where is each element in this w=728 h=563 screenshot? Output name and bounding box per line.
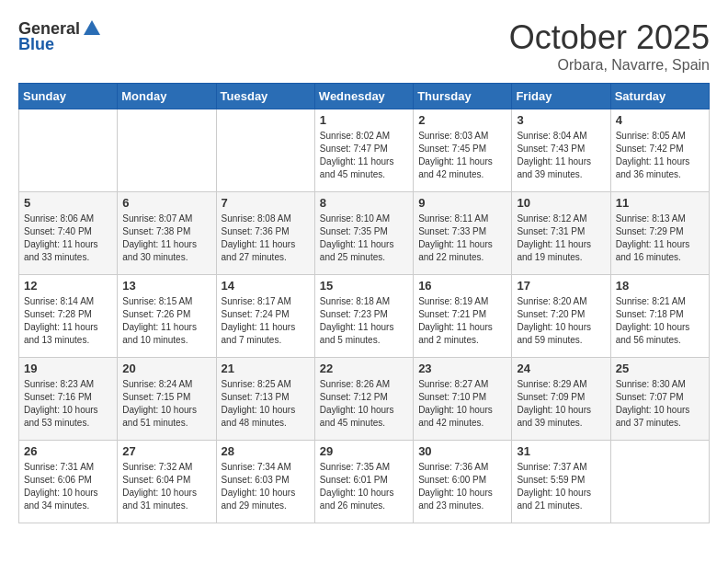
weekday-header: Sunday [19,84,118,109]
logo-icon [82,18,102,39]
calendar-cell: 21Sunrise: 8:25 AMSunset: 7:13 PMDayligh… [216,358,314,441]
calendar-cell: 23Sunrise: 8:27 AMSunset: 7:10 PMDayligh… [414,358,512,441]
day-info: Sunrise: 8:30 AMSunset: 7:07 PMDaylight:… [616,378,704,430]
day-number: 25 [616,362,704,375]
day-info: Sunrise: 8:02 AMSunset: 7:47 PMDaylight:… [320,130,408,181]
day-number: 24 [517,362,605,375]
calendar-cell: 11Sunrise: 8:13 AMSunset: 7:29 PMDayligh… [610,192,709,275]
calendar-week-row: 5Sunrise: 8:06 AMSunset: 7:40 PMDaylight… [19,192,710,275]
calendar-week-row: 12Sunrise: 8:14 AMSunset: 7:28 PMDayligh… [19,275,710,358]
day-number: 15 [320,279,408,293]
day-info: Sunrise: 8:23 AMSunset: 7:16 PMDaylight:… [24,378,112,430]
day-info: Sunrise: 8:24 AMSunset: 7:15 PMDaylight:… [122,378,210,430]
day-info: Sunrise: 8:11 AMSunset: 7:33 PMDaylight:… [418,213,506,264]
day-info: Sunrise: 8:07 AMSunset: 7:38 PMDaylight:… [122,213,210,264]
calendar-cell: 24Sunrise: 8:29 AMSunset: 7:09 PMDayligh… [512,358,610,441]
day-info: Sunrise: 7:32 AMSunset: 6:04 PMDaylight:… [122,461,210,512]
day-info: Sunrise: 8:10 AMSunset: 7:35 PMDaylight:… [320,213,408,264]
day-info: Sunrise: 8:06 AMSunset: 7:40 PMDaylight:… [24,213,112,264]
calendar-cell: 18Sunrise: 8:21 AMSunset: 7:18 PMDayligh… [610,275,709,358]
day-number: 12 [24,279,112,293]
title-section: October 2025 Orbara, Navarre, Spain [509,18,710,74]
day-info: Sunrise: 8:08 AMSunset: 7:36 PMDaylight:… [222,213,310,264]
calendar-cell: 3Sunrise: 8:04 AMSunset: 7:43 PMDaylight… [512,109,610,192]
calendar-cell [118,109,216,192]
calendar-cell [216,109,314,192]
calendar-cell: 14Sunrise: 8:17 AMSunset: 7:24 PMDayligh… [216,275,314,358]
calendar-cell: 17Sunrise: 8:20 AMSunset: 7:20 PMDayligh… [512,275,610,358]
day-number: 1 [320,113,408,127]
day-info: Sunrise: 8:13 AMSunset: 7:29 PMDaylight:… [616,213,704,264]
day-info: Sunrise: 8:12 AMSunset: 7:31 PMDaylight:… [517,213,605,264]
day-number: 29 [320,444,408,458]
day-info: Sunrise: 8:20 AMSunset: 7:20 PMDaylight:… [517,295,605,347]
calendar-cell: 5Sunrise: 8:06 AMSunset: 7:40 PMDaylight… [19,192,118,275]
day-number: 20 [122,362,210,375]
calendar-cell: 25Sunrise: 8:30 AMSunset: 7:07 PMDayligh… [610,358,709,441]
day-info: Sunrise: 8:26 AMSunset: 7:12 PMDaylight:… [320,378,408,430]
day-number: 26 [24,444,112,458]
calendar-cell: 4Sunrise: 8:05 AMSunset: 7:42 PMDaylight… [610,109,709,192]
weekday-header: Saturday [610,84,709,109]
day-number: 17 [517,279,605,293]
day-number: 10 [517,196,605,210]
calendar-week-row: 1Sunrise: 8:02 AMSunset: 7:47 PMDaylight… [19,109,710,192]
month-title: October 2025 [509,18,710,57]
day-number: 18 [616,279,704,293]
day-number: 31 [517,444,605,458]
day-info: Sunrise: 8:27 AMSunset: 7:10 PMDaylight:… [418,378,506,430]
page-header: General Blue October 2025 Orbara, Navarr… [18,18,710,74]
day-number: 6 [122,196,210,210]
calendar-cell [610,441,709,523]
day-info: Sunrise: 8:14 AMSunset: 7:28 PMDaylight:… [24,295,112,347]
weekday-header: Monday [118,84,216,109]
calendar-cell: 9Sunrise: 8:11 AMSunset: 7:33 PMDaylight… [414,192,512,275]
weekday-header: Tuesday [216,84,314,109]
day-info: Sunrise: 7:36 AMSunset: 6:00 PMDaylight:… [418,461,506,512]
day-info: Sunrise: 7:31 AMSunset: 6:06 PMDaylight:… [24,461,112,512]
location-title: Orbara, Navarre, Spain [509,57,710,74]
day-number: 19 [24,362,112,375]
day-number: 4 [616,113,704,127]
calendar-cell: 13Sunrise: 8:15 AMSunset: 7:26 PMDayligh… [118,275,216,358]
day-info: Sunrise: 7:35 AMSunset: 6:01 PMDaylight:… [320,461,408,512]
day-number: 9 [418,196,506,210]
calendar-cell: 30Sunrise: 7:36 AMSunset: 6:00 PMDayligh… [414,441,512,523]
weekday-header: Friday [512,84,610,109]
day-number: 30 [418,444,506,458]
day-number: 22 [320,362,408,375]
day-info: Sunrise: 8:17 AMSunset: 7:24 PMDaylight:… [222,295,310,347]
day-number: 3 [517,113,605,127]
day-number: 8 [320,196,408,210]
calendar-cell [19,109,118,192]
calendar-cell: 22Sunrise: 8:26 AMSunset: 7:12 PMDayligh… [314,358,413,441]
calendar-cell: 15Sunrise: 8:18 AMSunset: 7:23 PMDayligh… [314,275,413,358]
calendar-cell: 26Sunrise: 7:31 AMSunset: 6:06 PMDayligh… [19,441,118,523]
calendar-week-row: 19Sunrise: 8:23 AMSunset: 7:16 PMDayligh… [19,358,710,441]
calendar-week-row: 26Sunrise: 7:31 AMSunset: 6:06 PMDayligh… [19,441,710,523]
day-number: 7 [222,196,310,210]
calendar-cell: 1Sunrise: 8:02 AMSunset: 7:47 PMDaylight… [314,109,413,192]
day-info: Sunrise: 8:03 AMSunset: 7:45 PMDaylight:… [418,130,506,181]
weekday-header-row: SundayMondayTuesdayWednesdayThursdayFrid… [19,84,710,109]
day-info: Sunrise: 7:34 AMSunset: 6:03 PMDaylight:… [222,461,310,512]
day-info: Sunrise: 8:19 AMSunset: 7:21 PMDaylight:… [418,295,506,347]
day-info: Sunrise: 7:37 AMSunset: 5:59 PMDaylight:… [517,461,605,512]
svg-marker-0 [84,20,100,35]
day-number: 28 [222,444,310,458]
logo: General Blue [18,18,102,54]
calendar-cell: 28Sunrise: 7:34 AMSunset: 6:03 PMDayligh… [216,441,314,523]
day-number: 14 [222,279,310,293]
day-number: 2 [418,113,506,127]
calendar-cell: 12Sunrise: 8:14 AMSunset: 7:28 PMDayligh… [19,275,118,358]
day-info: Sunrise: 8:15 AMSunset: 7:26 PMDaylight:… [122,295,210,347]
calendar-cell: 29Sunrise: 7:35 AMSunset: 6:01 PMDayligh… [314,441,413,523]
logo-blue: Blue [18,35,54,54]
day-info: Sunrise: 8:25 AMSunset: 7:13 PMDaylight:… [222,378,310,430]
day-number: 5 [24,196,112,210]
day-number: 21 [222,362,310,375]
day-info: Sunrise: 8:18 AMSunset: 7:23 PMDaylight:… [320,295,408,347]
calendar-cell: 2Sunrise: 8:03 AMSunset: 7:45 PMDaylight… [414,109,512,192]
calendar-cell: 19Sunrise: 8:23 AMSunset: 7:16 PMDayligh… [19,358,118,441]
calendar-cell: 10Sunrise: 8:12 AMSunset: 7:31 PMDayligh… [512,192,610,275]
